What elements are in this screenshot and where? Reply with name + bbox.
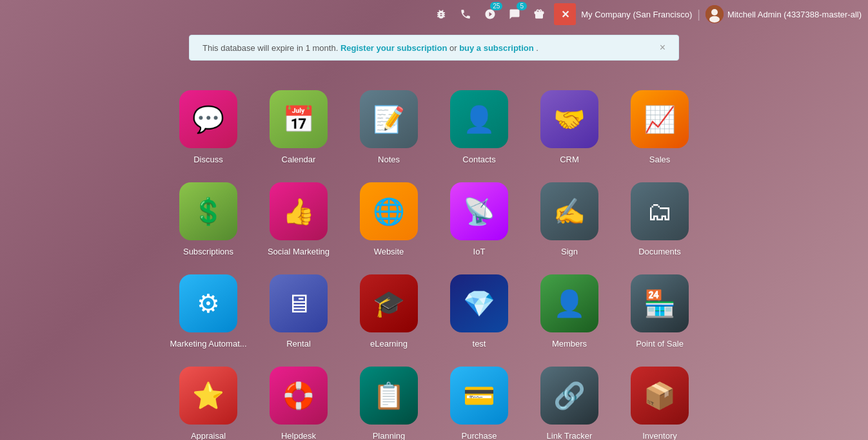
discuss-icon: 💬 <box>192 106 224 132</box>
app-item-planning[interactable]: 📋Planning <box>344 356 434 440</box>
app-label-members: Members <box>552 339 587 349</box>
app-label-website: Website <box>374 247 404 256</box>
activity-badge: 25 <box>490 2 502 10</box>
app-item-iot[interactable]: 📡IoT <box>434 172 524 264</box>
app-icon-planning: 📋 <box>360 367 418 425</box>
user-menu[interactable]: Mitchell Admin (4337388-master-all) <box>705 5 862 23</box>
banner-text: This database will expire in 1 month. <box>202 43 338 53</box>
social-marketing-icon: 👍 <box>282 198 315 224</box>
app-item-purchase[interactable]: 💳Purchase <box>434 356 524 440</box>
app-item-elearning[interactable]: 🎓eLearning <box>344 264 434 356</box>
app-icon-iot: 📡 <box>450 182 508 240</box>
app-item-calendar[interactable]: 📅Calendar <box>253 80 344 172</box>
planning-icon: 📋 <box>373 383 405 408</box>
app-item-notes[interactable]: 📝Notes <box>344 80 434 172</box>
app-item-test[interactable]: 💎test <box>434 264 524 356</box>
app-label-notes: Notes <box>378 155 400 164</box>
marketing-automat-icon: ⚙ <box>197 291 220 316</box>
app-icon-subscriptions: 💲 <box>179 182 237 240</box>
app-label-subscriptions: Subscriptions <box>183 247 233 256</box>
inventory-icon: 📦 <box>644 383 676 408</box>
app-item-crm[interactable]: 🤝CRM <box>524 80 615 172</box>
app-icon-marketing-automat: ⚙ <box>179 274 237 332</box>
app-label-marketing-automat: Marketing Automat... <box>170 339 246 349</box>
app-icon-calendar: 📅 <box>270 90 328 148</box>
company-name[interactable]: My Company (San Francisco) <box>581 10 692 19</box>
app-icon-purchase: 💳 <box>450 367 508 425</box>
app-row-3: ⚙Marketing Automat...🖥Rental🎓eLearning💎t… <box>163 264 705 356</box>
app-icon-notes: 📝 <box>360 90 418 148</box>
bug-icon[interactable] <box>431 5 451 24</box>
app-icon-inventory: 📦 <box>631 367 689 425</box>
helpdesk-icon: 🛟 <box>282 383 315 408</box>
register-link[interactable]: Register your subscription <box>340 43 447 53</box>
app-item-contacts[interactable]: 👤Contacts <box>434 80 524 172</box>
app-icon-social-marketing: 👍 <box>270 182 328 240</box>
subscriptions-icon: 💲 <box>192 198 224 224</box>
app-label-test: test <box>473 339 486 349</box>
buy-link[interactable]: buy a subscription <box>459 43 534 53</box>
app-label-crm: CRM <box>560 155 579 164</box>
banner-close[interactable]: × <box>660 42 666 53</box>
iot-icon: 📡 <box>463 198 495 224</box>
sign-icon: ✍ <box>553 198 586 224</box>
app-icon-point-of-sale: 🏪 <box>631 274 689 332</box>
app-label-rental: Rental <box>286 339 311 349</box>
test-icon: 💎 <box>463 291 495 316</box>
activity-icon[interactable]: 25 <box>480 5 500 24</box>
website-icon: 🌐 <box>373 198 405 224</box>
app-icon-documents: 🗂 <box>631 182 689 240</box>
elearning-icon: 🎓 <box>373 291 405 316</box>
sales-icon: 📈 <box>644 106 676 132</box>
app-row-1: 💬Discuss📅Calendar📝Notes👤Contacts🤝CRM📈Sal… <box>163 80 705 172</box>
app-label-discuss: Discuss <box>193 155 223 164</box>
topbar: 25 5 ✕ My Company (San Francisco) | Mitc… <box>0 0 868 28</box>
app-icon-crm: 🤝 <box>540 90 598 148</box>
app-label-appraisal: Appraisal <box>191 431 226 440</box>
gift-icon[interactable] <box>529 5 549 24</box>
app-item-documents[interactable]: 🗂Documents <box>615 172 705 264</box>
message-icon[interactable]: 5 <box>505 5 524 24</box>
app-item-sign[interactable]: ✍Sign <box>524 172 615 264</box>
app-label-contacts: Contacts <box>462 155 495 164</box>
app-icon-discuss: 💬 <box>179 90 237 148</box>
app-grid: 💬Discuss📅Calendar📝Notes👤Contacts🤝CRM📈Sal… <box>0 67 868 440</box>
banner-end: . <box>536 43 538 53</box>
app-item-members[interactable]: 👤Members <box>524 264 615 356</box>
app-item-website[interactable]: 🌐Website <box>344 172 434 264</box>
purchase-icon: 💳 <box>463 383 495 408</box>
app-item-link-tracker[interactable]: 🔗Link Tracker <box>524 356 615 440</box>
app-label-point-of-sale: Point of Sale <box>636 339 684 349</box>
app-item-rental[interactable]: 🖥Rental <box>253 264 344 356</box>
app-item-sales[interactable]: 📈Sales <box>615 80 705 172</box>
app-label-iot: IoT <box>473 247 486 256</box>
phone-icon[interactable] <box>456 5 475 24</box>
app-row-4: ⭐Appraisal🛟Helpdesk📋Planning💳Purchase🔗Li… <box>163 356 705 440</box>
banner-mid: or <box>449 43 459 53</box>
notes-icon: 📝 <box>373 106 405 132</box>
app-label-link-tracker: Link Tracker <box>547 431 593 440</box>
app-item-appraisal[interactable]: ⭐Appraisal <box>163 356 253 440</box>
app-icon-link-tracker: 🔗 <box>540 367 598 425</box>
close-active-icon[interactable]: ✕ <box>554 3 576 25</box>
app-item-helpdesk[interactable]: 🛟Helpdesk <box>253 356 344 440</box>
app-icon-rental: 🖥 <box>270 274 328 332</box>
app-label-purchase: Purchase <box>462 431 497 440</box>
app-item-marketing-automat[interactable]: ⚙Marketing Automat... <box>163 264 253 356</box>
svg-point-2 <box>709 16 720 23</box>
app-item-social-marketing[interactable]: 👍Social Marketing <box>253 172 344 264</box>
app-label-sales: Sales <box>649 155 671 164</box>
rental-icon: 🖥 <box>286 291 311 316</box>
app-label-elearning: eLearning <box>370 339 408 349</box>
app-item-point-of-sale[interactable]: 🏪Point of Sale <box>615 264 705 356</box>
app-icon-appraisal: ⭐ <box>179 367 237 425</box>
app-item-discuss[interactable]: 💬Discuss <box>163 80 253 172</box>
app-item-inventory[interactable]: 📦Inventory <box>615 356 705 440</box>
avatar <box>705 5 724 23</box>
app-item-subscriptions[interactable]: 💲Subscriptions <box>163 172 253 264</box>
app-icon-members: 👤 <box>540 274 598 332</box>
app-label-inventory: Inventory <box>642 431 676 440</box>
app-label-calendar: Calendar <box>282 155 316 164</box>
app-label-helpdesk: Helpdesk <box>281 431 316 440</box>
app-icon-helpdesk: 🛟 <box>270 367 328 425</box>
